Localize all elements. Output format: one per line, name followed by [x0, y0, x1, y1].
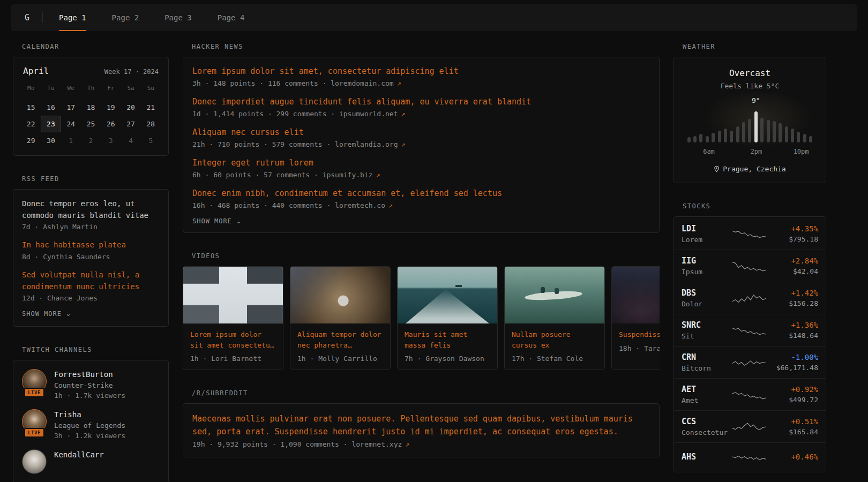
calendar-day[interactable]: 30: [41, 132, 61, 149]
stocks-widget: STOCKS LDI Lorem +4.35% $795.18: [674, 202, 826, 472]
calendar-day[interactable]: 25: [81, 116, 101, 132]
reddit-post-meta: 19h · 9,932 points · 1,090 comments · lo…: [192, 440, 650, 448]
news-item-meta-text: 3h · 148 points · 116 comments · loremdo…: [192, 79, 394, 87]
tab-page-1[interactable]: Page 1: [46, 4, 99, 31]
news-item-title[interactable]: Aliquam nec cursus elit: [192, 127, 650, 138]
calendar-card: April Week 17 · 2024 MoTuWeThFrSaSu 1516…: [13, 57, 169, 156]
calendar-day[interactable]: 29: [21, 132, 41, 149]
video-card[interactable]: Lorem ipsum dolor sit amet consectetu… 1…: [183, 266, 283, 370]
calendar-day[interactable]: 15: [21, 99, 41, 116]
calendar-day[interactable]: 22: [21, 116, 41, 132]
video-title[interactable]: Nullam posuere cursus ex: [512, 329, 597, 350]
news-item-title[interactable]: Donec imperdiet augue tincidunt felis al…: [192, 96, 650, 108]
external-link-icon[interactable]: ↗: [405, 440, 409, 448]
external-link-icon[interactable]: ↗: [401, 140, 406, 148]
external-link-icon[interactable]: ↗: [397, 79, 401, 87]
weather-bar-slot: 9°: [753, 108, 759, 142]
rss-widget: RSS FEED Donec tempor eros leo, ut commo…: [13, 175, 169, 327]
calendar-day[interactable]: 1: [61, 132, 81, 149]
hacker-news-card: Lorem ipsum dolor sit amet, consectetur …: [183, 57, 660, 233]
stock-sparkline: [731, 449, 767, 465]
weather-bar-slot: [777, 108, 783, 142]
channel-name[interactable]: KendallCarr: [54, 450, 104, 459]
stock-row[interactable]: DBS Dolor +1.42% $156.28: [674, 282, 826, 314]
external-link-icon[interactable]: ↗: [376, 171, 380, 179]
video-title[interactable]: Mauris sit amet massa felis: [405, 329, 490, 350]
tab-page-3[interactable]: Page 3: [152, 4, 205, 31]
stock-symbol: AET: [682, 385, 727, 394]
news-item-title[interactable]: Integer eget rutrum lorem: [192, 157, 650, 169]
video-title[interactable]: Lorem ipsum dolor sit amet consectetu…: [190, 329, 276, 350]
video-title[interactable]: Suspendisse diam: [619, 329, 660, 340]
app-logo[interactable]: G: [11, 13, 42, 22]
stock-name: Amet: [682, 396, 727, 404]
stock-row[interactable]: IIG Ipsum +2.84% $42.04: [674, 250, 826, 282]
weather-bar-slot: [771, 108, 777, 142]
calendar-day[interactable]: 23: [41, 116, 61, 132]
video-thumbnail[interactable]: [183, 267, 283, 323]
video-title[interactable]: Aliquam tempor dolor nec pharetra…: [297, 329, 383, 350]
calendar-day[interactable]: 24: [61, 116, 81, 132]
stock-row[interactable]: AET Amet +0.92% $499.72: [674, 378, 826, 410]
external-link-icon[interactable]: ↗: [401, 110, 406, 118]
rss-item-title[interactable]: Sed volutpat nulla nisl, a condimentum n…: [22, 269, 160, 292]
weather-bar-slot: [802, 108, 807, 142]
video-thumbnail[interactable]: [505, 267, 604, 323]
twitch-channel-row[interactable]: LIVE ForrestBurton Counter-Strike 1h · 1…: [22, 369, 160, 400]
reddit-post-title[interactable]: Maecenas mollis pulvinar erat non posuer…: [192, 412, 650, 438]
rss-item-title[interactable]: In hac habitasse platea: [22, 239, 160, 251]
calendar-day[interactable]: 20: [121, 99, 140, 116]
video-thumbnail[interactable]: [290, 267, 390, 323]
live-badge: LIVE: [24, 388, 44, 397]
stock-row[interactable]: CRN Bitcorn -1.00% $66,171.48: [674, 346, 826, 378]
calendar-day[interactable]: 26: [101, 116, 121, 132]
tab-page-2[interactable]: Page 2: [99, 4, 152, 31]
stock-row[interactable]: CCS Consectetur +0.51% $165.84: [674, 410, 826, 442]
calendar-day[interactable]: 2: [81, 132, 101, 149]
calendar-day[interactable]: 3: [101, 132, 121, 149]
stock-name: Ipsum: [682, 268, 727, 276]
video-meta: 17h · Stefan Cole: [512, 355, 597, 363]
weather-bar-slot: [759, 108, 765, 142]
stock-row[interactable]: LDI Lorem +4.35% $795.18: [674, 218, 826, 250]
news-item-title[interactable]: Lorem ipsum dolor sit amet, consectetur …: [192, 66, 650, 77]
video-card[interactable]: Aliquam tempor dolor nec pharetra… 1h · …: [290, 266, 391, 370]
twitch-card: LIVE ForrestBurton Counter-Strike 1h · 1…: [13, 360, 169, 482]
weather-bar-slot: [808, 108, 814, 142]
calendar-day[interactable]: 17: [61, 99, 81, 116]
video-card[interactable]: Mauris sit amet massa felis 7h · Grayson…: [397, 266, 498, 370]
weather-bar: [730, 131, 733, 142]
rss-item-meta: 8d · Cynthia Saunders: [22, 253, 160, 261]
external-link-icon[interactable]: ↗: [388, 201, 393, 209]
right-column: WEATHER Overcast Feels like 5°C 9° 6am 2…: [674, 43, 826, 482]
video-card[interactable]: Nullam posuere cursus ex 17h · Stefan Co…: [504, 266, 605, 370]
channel-name[interactable]: ForrestBurton: [54, 370, 113, 379]
stock-name: Sit: [682, 332, 727, 340]
calendar-day[interactable]: 28: [141, 116, 161, 132]
weather-bar: [760, 118, 764, 142]
stock-row[interactable]: AHS +0.46%: [674, 442, 826, 471]
calendar-day[interactable]: 21: [141, 99, 161, 116]
calendar-day[interactable]: 16: [41, 99, 61, 116]
hacker-news-show-more-button[interactable]: SHOW MORE ⌄: [192, 217, 242, 225]
calendar-day[interactable]: 18: [81, 99, 101, 116]
news-item-title[interactable]: Donec enim nibh, condimentum et accumsan…: [192, 188, 650, 199]
channel-name[interactable]: Trisha: [54, 410, 81, 419]
stock-row[interactable]: SNRC Sit +1.36% $148.64: [674, 314, 826, 346]
reddit-post-meta-text: 19h · 9,932 points · 1,090 comments · lo…: [192, 440, 402, 448]
calendar-day[interactable]: 27: [121, 116, 140, 132]
twitch-channel-row[interactable]: KendallCarr: [22, 449, 160, 474]
tab-page-4[interactable]: Page 4: [205, 4, 258, 31]
video-thumbnail[interactable]: [612, 267, 660, 323]
rss-item-title[interactable]: Donec tempor eros leo, ut commodo mauris…: [22, 198, 160, 221]
video-card[interactable]: Suspendisse diam 18h · Tara: [611, 266, 660, 370]
twitch-channel-row[interactable]: LIVE Trisha League of Legends 3h · 1.2k …: [22, 409, 160, 440]
calendar-weekday: Sa: [121, 79, 140, 96]
calendar-day[interactable]: 4: [121, 132, 140, 149]
weather-bar: [687, 137, 691, 142]
video-thumbnail[interactable]: [398, 267, 497, 323]
calendar-day[interactable]: 5: [141, 132, 161, 149]
stock-id: CRN Bitcorn: [682, 352, 727, 372]
calendar-day[interactable]: 19: [101, 99, 121, 116]
rss-show-more-button[interactable]: SHOW MORE ⌄: [22, 310, 72, 318]
